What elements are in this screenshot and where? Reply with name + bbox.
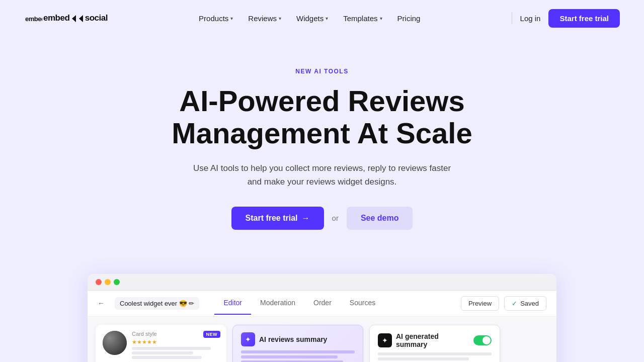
svg-marker-3: [79, 15, 83, 22]
card-text-lines: [132, 347, 219, 359]
nav-products[interactable]: Products▾: [193, 11, 239, 26]
text-line: [378, 352, 492, 355]
nav-links: Products▾ Reviews▾ Widgets▾ Templates▾ P…: [193, 11, 426, 26]
hero-actions: Start free trial → or See demo: [10, 207, 634, 230]
nav-pricing[interactable]: Pricing: [391, 11, 427, 26]
editor-actions: Preview ✓ Saved: [461, 296, 546, 311]
preview-button[interactable]: Preview: [461, 296, 499, 311]
ai-gen-title: AI generated summary: [396, 332, 469, 348]
svg-text:embed: embed: [25, 15, 42, 23]
text-line: [132, 347, 211, 350]
nav-reviews[interactable]: Reviews▾: [242, 11, 287, 26]
dot-red: [96, 279, 102, 285]
navigation: embed social embed social Products▾ Revi…: [0, 0, 644, 36]
ai-sparkle-icon: ✦: [241, 332, 255, 346]
toggle-switch[interactable]: [473, 335, 492, 345]
ai-text-lines: [241, 350, 355, 362]
text-line: [132, 351, 193, 354]
ai-reviews-summary-card[interactable]: ✦ AI reviews summary: [232, 325, 363, 362]
browser-window: ← Coolest widget ever 😎 ✏ Editor Moderat…: [88, 274, 556, 362]
text-line: [378, 357, 469, 360]
ai-gen-sparkle-icon: ✦: [378, 333, 392, 347]
browser-mockup: ← Coolest widget ever 😎 ✏ Editor Moderat…: [45, 274, 599, 362]
tab-sources[interactable]: Sources: [341, 292, 384, 315]
widgets-chevron: ▾: [326, 16, 328, 21]
text-line: [241, 350, 355, 353]
hero-badge: NEW AI TOOLS: [295, 68, 348, 75]
editor-back[interactable]: ←: [98, 299, 105, 307]
editor-tabs: Editor Moderation Order Sources: [214, 292, 384, 315]
star-rating: ★★★★★: [132, 339, 219, 345]
editor-toolbar: ← Coolest widget ever 😎 ✏ Editor Moderat…: [88, 291, 556, 317]
dot-green: [114, 279, 120, 285]
arrow-icon: →: [302, 214, 310, 223]
or-separator: or: [332, 214, 339, 222]
nav-divider: [512, 12, 512, 24]
dot-yellow: [105, 279, 111, 285]
text-line: [241, 355, 338, 358]
logo-text: embed social: [43, 13, 108, 23]
hero-subtitle: Use AI tools to help you collect more re…: [186, 161, 458, 189]
browser-dots: [96, 279, 120, 285]
nav-templates[interactable]: Templates▾: [337, 11, 388, 26]
check-icon: ✓: [512, 300, 517, 307]
ai-gen-text-lines: [378, 352, 492, 362]
nav-widgets[interactable]: Widgets▾: [290, 11, 334, 26]
reviews-chevron: ▾: [279, 16, 281, 21]
widget-cards-row: Card style ★★★★★ NEW ✦ AI reviews sum: [88, 317, 556, 362]
templates-chevron: ▾: [380, 16, 382, 21]
nav-right: Log in Start free trial: [512, 9, 620, 28]
avatar: [103, 331, 127, 355]
back-arrow-icon: ←: [98, 299, 105, 307]
nav-trial-button[interactable]: Start free trial: [548, 9, 620, 28]
text-line: [132, 356, 202, 359]
tab-order[interactable]: Order: [304, 292, 341, 315]
widget-name[interactable]: Coolest widget ever 😎 ✏: [115, 297, 199, 310]
hero-trial-button[interactable]: Start free trial →: [231, 207, 324, 230]
brand-logo[interactable]: embed social embed social: [24, 9, 108, 27]
hero-section: NEW AI TOOLS AI-Powered Reviews Manageme…: [0, 36, 644, 274]
tab-moderation[interactable]: Moderation: [251, 292, 304, 315]
hero-demo-button[interactable]: See demo: [347, 207, 413, 230]
saved-button[interactable]: ✓ Saved: [504, 296, 546, 311]
login-link[interactable]: Log in: [520, 14, 541, 23]
tab-editor[interactable]: Editor: [214, 292, 251, 315]
ai-gen-header: ✦ AI generated summary: [378, 332, 492, 348]
new-badge: NEW: [203, 331, 221, 338]
hero-title: AI-Powered Reviews Management At Scale: [146, 85, 498, 149]
ai-reviews-title: AI reviews summary: [259, 335, 327, 343]
browser-bar: [88, 274, 556, 291]
products-chevron: ▾: [230, 16, 233, 21]
svg-marker-2: [72, 15, 76, 22]
card-style-card[interactable]: Card style ★★★★★ NEW: [96, 325, 226, 362]
ai-generated-summary-card[interactable]: ✦ AI generated summary: [369, 325, 500, 362]
ai-card-header: ✦ AI reviews summary: [241, 332, 355, 346]
